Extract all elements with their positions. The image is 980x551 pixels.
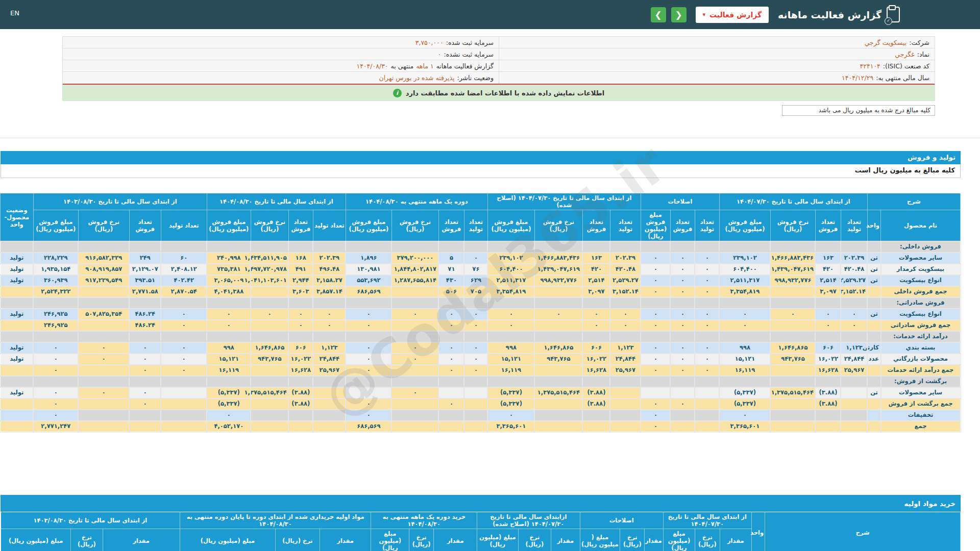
value-cell [534, 331, 582, 342]
value-cell [770, 320, 815, 331]
value-cell: ۲۴,۸۴۴ [841, 354, 867, 365]
value-cell: ۶۰ [161, 253, 207, 264]
value-cell [346, 297, 391, 309]
value-cell [815, 241, 841, 253]
field-label: سال مالی منتهی به: [876, 74, 929, 82]
value-cell [770, 410, 815, 421]
symbol-field: نماد: غگرجي [499, 48, 935, 60]
value-cell [582, 410, 610, 421]
value-cell: ۵۰۷,۸۲۵,۳۵۴ [78, 309, 129, 320]
column-header: مبلغ (میلیون ریال) [180, 529, 275, 551]
value-cell: ۰ [438, 398, 464, 410]
unit-cell [867, 398, 880, 410]
value-cell [207, 331, 251, 342]
value-cell [695, 376, 719, 387]
value-cell [78, 297, 129, 309]
value-cell [670, 297, 695, 309]
language-toggle[interactable]: EN [10, 9, 19, 17]
unit-cell: تن [867, 253, 880, 264]
table-row: جمع۳,۳۶۵,۶۰۱۰۳,۳۶۵,۶۰۱۶۸۶,۵۶۹۴,۰۵۲,۱۷۰۲,… [0, 421, 960, 432]
value-cell: ۰ [438, 309, 464, 320]
value-cell [251, 286, 288, 297]
row-label: محصولات بازرگاني [881, 354, 961, 365]
value-cell: ۰ [346, 410, 391, 421]
column-header: تعداد فروش [129, 210, 161, 241]
value-cell [610, 387, 641, 398]
value-cell: ۰ [129, 342, 161, 354]
value-cell: ۰ [464, 342, 487, 354]
column-header: نرخ فروش (ریال) [251, 210, 288, 241]
table-row: تخفیفات۰۰۰۰۰۰ [0, 410, 960, 421]
value-cell [161, 241, 207, 253]
column-header: مبلغ فروش (میلیون ریال) [487, 210, 534, 241]
field-label: سرمایه ثبت نشده: [444, 51, 494, 58]
value-cell [129, 421, 161, 432]
period-group-header: مواد اولیه خریداری شده از ابتدای دوره تا… [180, 512, 371, 529]
value-cell [391, 365, 438, 376]
unit-cell: عدد [867, 354, 880, 365]
report-type-dropdown[interactable]: گزارش فعالیت ▾ [696, 7, 769, 23]
previous-report-button[interactable]: ❯ [651, 7, 666, 22]
value-cell: ۱۶۳ [815, 253, 841, 264]
value-cell [161, 387, 207, 398]
company-info-table: شرکت: بیسکویت گرجي سرمایه ثبت شده: ۳,۷۵۰… [62, 36, 935, 85]
value-cell [161, 398, 207, 410]
isic-code-field: کد صنعت (ISIC): ۴۲۴۱۰۴ [499, 60, 935, 71]
value-cell: ۲۵,۹۶۷ [841, 365, 867, 376]
value-cell [78, 320, 129, 331]
value-cell: ۰ [670, 354, 695, 365]
value-cell: ۲,۹۴۴ [288, 275, 313, 286]
value-cell: ۰ [391, 387, 438, 398]
value-cell: ۰ [161, 354, 207, 365]
value-cell: ۴۹۶.۴۸ [313, 264, 346, 275]
value-cell: ۹۱۷,۲۲۹,۵۴۹ [78, 275, 129, 286]
value-cell: ۱۶,۱۱۹ [719, 365, 770, 376]
header-group-row: شرحاز ابتدای سال مالی تا تاریخ ۱۴۰۴/۰۷/۳… [0, 193, 960, 210]
value-cell: ۰ [161, 365, 207, 376]
column-header: مبلغ فروش (میلیون ریال) [641, 210, 670, 241]
next-report-button[interactable]: ❮ [671, 7, 687, 22]
value-cell: ۶۰۶ [815, 342, 841, 354]
status-cell: تولید [0, 354, 33, 365]
column-header: مبلغ فروش (میلیون ریال) [346, 210, 391, 241]
column-header: تعداد تولید [610, 210, 641, 241]
unit-cell: تن [867, 264, 880, 275]
value-cell: ۰ [391, 354, 438, 365]
value-cell [78, 286, 129, 297]
value-cell: ۱۶,۰۲۲ [582, 354, 610, 365]
value-cell: ۶۲۹ [464, 275, 487, 286]
value-cell [288, 410, 313, 421]
value-cell: ۱۶,۰۲۲ [815, 354, 841, 365]
value-cell [670, 421, 695, 432]
value-cell: ۰ [670, 398, 695, 410]
row-label: بیسکویت کرمدار [881, 264, 961, 275]
value-cell: ۰ [534, 309, 582, 320]
value-cell: ۰ [464, 309, 487, 320]
table-row: سایر محصولاتتن(۳.۸۸)۱,۳۷۵,۵۱۵,۴۶۴(۵,۳۳۷)… [0, 387, 960, 398]
unit-cell [867, 286, 880, 297]
value-cell: ۰ [670, 365, 695, 376]
chevron-down-icon: ▾ [703, 11, 706, 18]
table-row: جمع درآمد ارائه خدمات۲۵,۹۶۷۱۶,۶۲۸۱۶,۱۱۹۰… [0, 365, 960, 376]
unit-cell: تن [867, 275, 880, 286]
column-header: مبلغ (میلیون ریال) [663, 529, 695, 551]
value-cell: ۴۲۰.۴۸ [841, 264, 867, 275]
field-label: وضعیت ناشر: [457, 74, 494, 82]
value-cell [78, 421, 129, 432]
row-label: بسته بندي [881, 342, 961, 354]
value-cell [313, 331, 346, 342]
company-field: شرکت: بیسکویت گرجي [499, 37, 935, 48]
value-cell [346, 376, 391, 387]
value-cell [161, 410, 207, 421]
value-cell: ۳,۳۵۴,۸۱۹ [719, 286, 770, 297]
table-row: بسته بنديکارتن۱,۱۲۳۶۰۶۱,۶۴۶,۸۶۵۹۹۸۰۰۰۱,۱… [0, 342, 960, 354]
value-cell: ۰ [313, 309, 346, 320]
column-header: نرخ (ریال) [620, 529, 645, 551]
period-group-header: از ابتدای سال مالی تا تاریخ ۱۴۰۴/۰۷/۳۰ (… [487, 193, 641, 210]
value-cell [313, 241, 346, 253]
column-header: نرخ فروش (ریال) [770, 210, 815, 241]
value-cell [770, 398, 815, 410]
value-cell: ۱۵,۱۲۱ [487, 354, 534, 365]
value-cell [770, 286, 815, 297]
value-cell [391, 421, 438, 432]
